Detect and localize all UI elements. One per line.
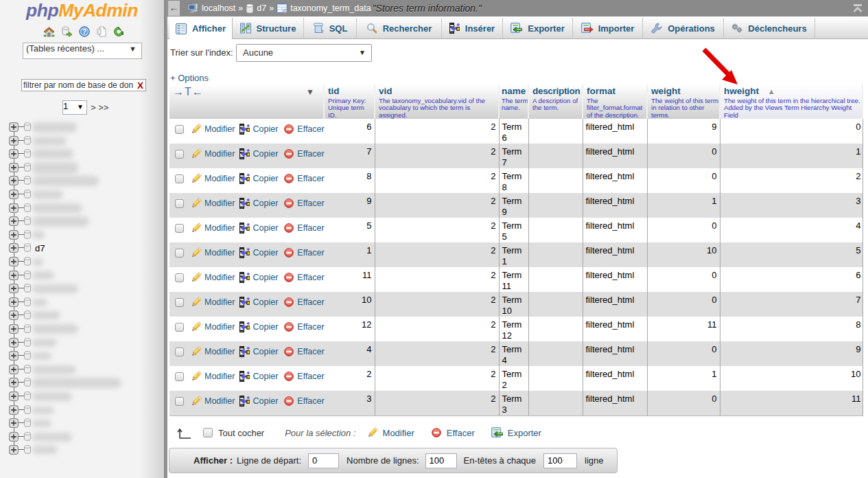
- svg-text:?: ?: [82, 27, 86, 36]
